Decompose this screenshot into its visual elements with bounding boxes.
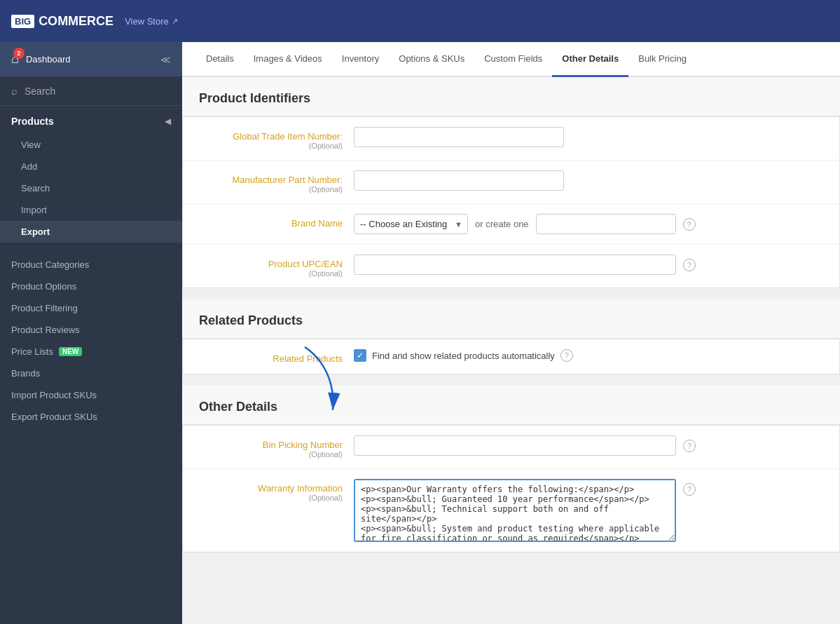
new-badge: NEW [59, 347, 82, 356]
mpn-input[interactable] [354, 170, 564, 191]
sidebar-item-search[interactable]: Search [0, 177, 182, 199]
upc-optional: (Optional) [200, 269, 343, 278]
sidebar-item-export[interactable]: Export [0, 221, 182, 243]
section-collapse-icon: ◀ [165, 116, 171, 126]
sidebar-item-product-reviews[interactable]: Product Reviews [0, 319, 182, 341]
dashboard-label: Dashboard [26, 54, 71, 65]
sidebar: ⌂ 2 Dashboard ≪ ⌕ Search Products ◀ View… [0, 42, 182, 624]
upc-help-icon[interactable]: ? [683, 259, 696, 271]
brand-help-icon[interactable]: ? [683, 218, 696, 231]
related-products-label: Related Products [273, 353, 343, 364]
upc-label-wrap: Product UPC/EAN (Optional) [200, 255, 354, 278]
sidebar-item-view[interactable]: View [0, 134, 182, 156]
gtin-control [354, 127, 822, 147]
main-layout: ⌂ 2 Dashboard ≪ ⌕ Search Products ◀ View… [0, 42, 840, 624]
bin-control: ? [354, 435, 822, 456]
other-details-wrapper: Other Details Bin Picking Number (Option… [182, 386, 840, 552]
bin-input[interactable] [354, 435, 676, 456]
content-area: Details Images & Videos Inventory Option… [182, 42, 840, 624]
gtin-row: Global Trade Item Number: (Optional) [183, 117, 839, 161]
tab-bar: Details Images & Videos Inventory Option… [182, 42, 840, 77]
sidebar-item-export-product-skus[interactable]: Export Product SKUs [0, 406, 182, 428]
sidebar-item-product-categories[interactable]: Product Categories [0, 254, 182, 276]
other-details-header: Other Details [182, 386, 840, 425]
mpn-optional: (Optional) [200, 185, 343, 194]
brand-select-wrap: -- Choose an Existing ▼ [354, 214, 468, 234]
external-link-icon: ↗ [172, 17, 178, 26]
related-products-label-wrap: Related Products [200, 349, 354, 364]
page-content: Product Identifiers Global Trade Item Nu… [182, 77, 840, 624]
sidebar-item-import-product-skus[interactable]: Import Product SKUs [0, 384, 182, 406]
sidebar-item-add[interactable]: Add [0, 156, 182, 177]
related-products-header: Related Products [182, 299, 840, 339]
search-icon: ⌕ [11, 85, 18, 97]
upc-row: Product UPC/EAN (Optional) ? [183, 245, 839, 287]
gtin-optional: (Optional) [200, 142, 343, 150]
or-create-label: or create one [475, 219, 529, 229]
mpn-row: Manufacturer Part Number: (Optional) [183, 161, 839, 204]
sidebar-item-brands[interactable]: Brands [0, 362, 182, 384]
sidebar-products-header[interactable]: Products ◀ [0, 106, 182, 134]
sidebar-item-import[interactable]: Import [0, 199, 182, 221]
dashboard-left: ⌂ 2 Dashboard [11, 52, 70, 67]
bin-row: Bin Picking Number (Optional) ? [183, 426, 839, 469]
bin-label-wrap: Bin Picking Number (Optional) [200, 435, 354, 459]
tab-inventory[interactable]: Inventory [332, 42, 389, 77]
brand-select[interactable]: -- Choose an Existing [354, 214, 468, 234]
mpn-label-wrap: Manufacturer Part Number: (Optional) [200, 170, 354, 194]
product-identifiers-header: Product Identifiers [182, 77, 840, 116]
tab-other-details[interactable]: Other Details [552, 42, 628, 77]
checkmark-icon: ✓ [357, 351, 364, 360]
sidebar-search[interactable]: ⌕ Search [0, 76, 182, 106]
tab-details[interactable]: Details [196, 42, 244, 77]
mpn-control [354, 170, 822, 191]
related-products-checkbox[interactable]: ✓ [354, 349, 366, 362]
logo-icon: BIG [11, 15, 34, 28]
warranty-label-wrap: Warranty Information (Optional) [200, 479, 354, 502]
view-store-link[interactable]: View Store ↗ [125, 16, 178, 27]
tab-bulk-pricing[interactable]: Bulk Pricing [628, 42, 696, 77]
warranty-optional: (Optional) [200, 494, 343, 502]
search-label: Search [25, 86, 55, 97]
brand-name: COMMERCE [39, 14, 113, 29]
collapse-icon[interactable]: ≪ [160, 54, 171, 65]
tab-options-skus[interactable]: Options & SKUs [389, 42, 474, 77]
sidebar-item-product-filtering[interactable]: Product Filtering [0, 297, 182, 319]
warranty-textarea[interactable] [354, 479, 676, 542]
related-products-control: ✓ Find and show related products automat… [354, 349, 822, 362]
gtin-input[interactable] [354, 127, 564, 147]
view-store-label: View Store [125, 16, 169, 27]
sidebar-dashboard[interactable]: ⌂ 2 Dashboard ≪ [0, 42, 182, 76]
products-section-title: Products [11, 116, 54, 127]
dashboard-icon: ⌂ 2 [11, 52, 19, 67]
related-products-checkbox-wrap: ✓ Find and show related products automat… [354, 349, 573, 362]
related-products-checkbox-label: Find and show related products automatic… [372, 351, 555, 361]
bin-label: Bin Picking Number [263, 440, 343, 450]
sidebar-product-list: Product Categories Product Options Produ… [0, 248, 182, 433]
top-navigation: BIG COMMERCE View Store ↗ [0, 0, 840, 42]
product-identifiers-form: Global Trade Item Number: (Optional) Man… [182, 116, 840, 288]
upc-label: Product UPC/EAN [268, 259, 343, 269]
related-products-help-icon[interactable]: ? [560, 349, 573, 362]
related-products-form: Related Products ✓ Find and show related… [182, 339, 840, 374]
brand-control: -- Choose an Existing ▼ or create one ? [354, 214, 822, 234]
products-sub-items: View Add Search Import Export [0, 134, 182, 248]
brand-row: Brand Name -- Choose an Existing ▼ or cr… [183, 204, 839, 245]
tab-images-videos[interactable]: Images & Videos [244, 42, 332, 77]
gtin-label-wrap: Global Trade Item Number: (Optional) [200, 127, 354, 150]
warranty-label: Warranty Information [258, 483, 343, 494]
brand-label-wrap: Brand Name [200, 214, 354, 229]
sidebar-item-price-lists[interactable]: Price Lists NEW [0, 341, 182, 362]
other-details-form: Bin Picking Number (Optional) ? Warranty… [182, 425, 840, 552]
brand-create-input[interactable] [536, 214, 676, 234]
logo: BIG COMMERCE [11, 14, 113, 29]
warranty-help-icon[interactable]: ? [683, 483, 696, 496]
related-products-row: Related Products ✓ Find and show related… [183, 339, 839, 374]
sidebar-item-product-options[interactable]: Product Options [0, 276, 182, 297]
bin-help-icon[interactable]: ? [683, 440, 696, 452]
brand-label: Brand Name [291, 218, 343, 229]
upc-control: ? [354, 255, 822, 275]
tab-custom-fields[interactable]: Custom Fields [474, 42, 552, 77]
notification-badge: 2 [13, 48, 25, 59]
upc-input[interactable] [354, 255, 676, 275]
